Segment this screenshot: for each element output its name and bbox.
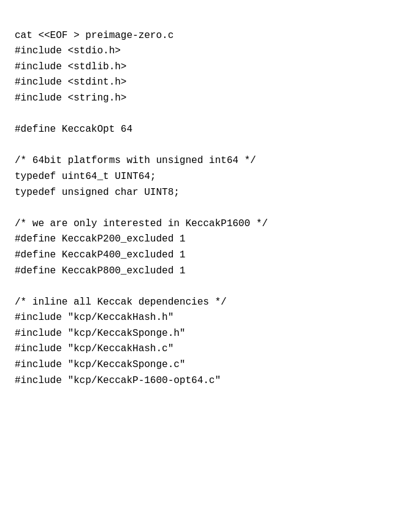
code-line: #include "kcp/KeccakP-1600-opt64.c" (15, 373, 405, 389)
code-line: #include <stdlib.h> (15, 59, 405, 75)
code-display: cat <<EOF > preimage-zero.c#include <std… (15, 12, 405, 389)
code-line: /* 64bit platforms with unsigned int64 *… (15, 153, 405, 169)
code-line: #include "kcp/KeccakSponge.c" (15, 357, 405, 373)
code-line: /* inline all Keccak dependencies */ (15, 295, 405, 311)
code-line (15, 107, 405, 123)
code-line: typedef uint64_t UINT64; (15, 169, 405, 185)
code-line: #include "kcp/KeccakHash.c" (15, 341, 405, 357)
code-line (15, 200, 405, 216)
code-line: #define KeccakP200_excluded 1 (15, 232, 405, 248)
code-line: #include "kcp/KeccakSponge.h" (15, 326, 405, 342)
code-line: #include "kcp/KeccakHash.h" (15, 310, 405, 326)
code-line: #include <string.h> (15, 91, 405, 107)
code-line: #define KeccakP800_excluded 1 (15, 264, 405, 279)
code-line: #define KeccakP400_excluded 1 (15, 248, 405, 264)
code-line: #include <stdio.h> (15, 44, 405, 59)
code-line (15, 138, 405, 154)
code-line: /* we are only interested in KeccakP1600… (15, 216, 405, 232)
code-line: #define KeccakOpt 64 (15, 122, 405, 138)
code-line (15, 279, 405, 295)
code-line: cat <<EOF > preimage-zero.c (15, 28, 405, 44)
code-line: typedef unsigned char UINT8; (15, 185, 405, 201)
code-line: #include <stdint.h> (15, 75, 405, 91)
